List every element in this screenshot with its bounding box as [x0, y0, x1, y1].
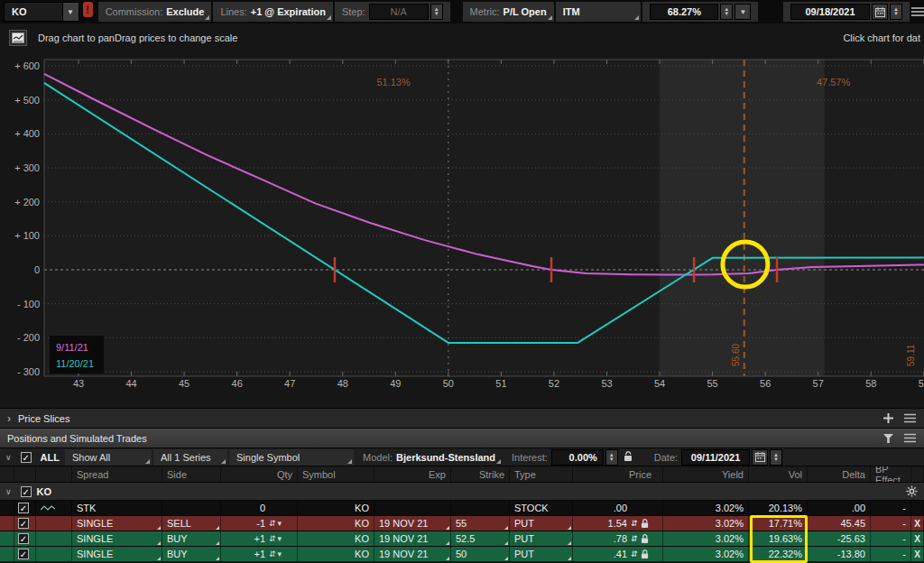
- cell-qty[interactable]: 0: [260, 503, 265, 513]
- model-dropdown[interactable]: Model: Bjerksund-Stensland: [356, 449, 503, 466]
- step-input[interactable]: N/A: [369, 4, 429, 20]
- cell-spread[interactable]: STK: [72, 501, 162, 515]
- cell-exp[interactable]: 19 NOV 21: [374, 531, 451, 546]
- col-header-exp[interactable]: Exp: [374, 466, 451, 482]
- calendar-icon[interactable]: [872, 4, 888, 20]
- group-checkbox[interactable]: ✓: [21, 486, 32, 497]
- cell-price[interactable]: .41: [614, 549, 627, 559]
- cell-side[interactable]: SELL: [162, 516, 221, 531]
- col-header-delta[interactable]: Delta: [808, 466, 871, 482]
- lock-icon[interactable]: [641, 549, 649, 559]
- lines-dropdown[interactable]: Lines: +1 @ Expiration: [213, 2, 333, 22]
- price-stepper-icon[interactable]: ⇵: [631, 519, 638, 528]
- interest-input[interactable]: 0.00%: [551, 449, 604, 466]
- cell-strike[interactable]: 55: [451, 516, 510, 531]
- price-slices-bar[interactable]: › Price Slices: [0, 408, 924, 428]
- cell-exp[interactable]: 19 NOV 21: [374, 516, 451, 531]
- itm-dropdown[interactable]: ITM: [556, 2, 642, 22]
- filter-icon[interactable]: [881, 431, 895, 446]
- cell-side[interactable]: BUY: [162, 531, 221, 546]
- cell-exp[interactable]: 19 NOV 21: [374, 547, 451, 561]
- step-control: Step: N/A ▲▼: [335, 2, 450, 22]
- cell-price[interactable]: .78: [614, 533, 627, 544]
- cell-qty[interactable]: +1: [254, 549, 265, 559]
- series-dropdown[interactable]: All 1 Series: [153, 449, 227, 466]
- lock-icon[interactable]: [641, 534, 649, 544]
- row-checkbox[interactable]: ✓: [18, 518, 29, 529]
- col-header-strike[interactable]: Strike: [451, 466, 510, 482]
- sim-calendar-icon[interactable]: [752, 449, 768, 466]
- qty-stepper-icon[interactable]: ⇵: [269, 549, 276, 558]
- cell-qty[interactable]: -1: [256, 518, 265, 529]
- lock-icon[interactable]: [641, 519, 649, 529]
- delete-row-button[interactable]: X: [911, 531, 924, 546]
- commission-dropdown[interactable]: Commission: Exclude: [98, 2, 212, 22]
- table-row-buy-52.5-put[interactable]: ✓ SINGLE BUY +1 ⇵▾ KO 19 NOV 21 52.5 PUT…: [0, 531, 924, 546]
- cell-strike[interactable]: 52.5: [451, 531, 510, 546]
- unlock-icon[interactable]: [624, 451, 633, 464]
- sim-date-spinner[interactable]: ▲▼: [770, 449, 782, 466]
- cell-spread[interactable]: SINGLE: [72, 516, 162, 531]
- cell-spread[interactable]: SINGLE: [72, 547, 162, 561]
- col-header-vol[interactable]: Vol: [749, 466, 808, 482]
- row-checkbox[interactable]: ✓: [18, 549, 29, 559]
- probability-spinner[interactable]: ▲▼: [720, 4, 733, 20]
- collapse-chevron-icon[interactable]: ∨: [0, 453, 17, 462]
- interest-spinner[interactable]: ▲▼: [605, 449, 618, 466]
- delete-row-button[interactable]: X: [911, 547, 924, 561]
- positions-menu-icon[interactable]: [902, 431, 917, 446]
- chart-menu-icon[interactable]: [911, 5, 924, 19]
- sim-date-input[interactable]: 09/11/2021: [681, 449, 750, 466]
- row-checkbox[interactable]: ✓: [18, 503, 29, 513]
- col-header-bp-effect[interactable]: BP Effect: [871, 466, 911, 482]
- group-chevron-icon[interactable]: ∨: [0, 487, 17, 496]
- probability-dropdown-arrow[interactable]: ▼: [735, 4, 751, 20]
- positions-bar[interactable]: Positions and Simulated Trades: [0, 428, 924, 448]
- qty-stepper-icon[interactable]: ⇵: [269, 519, 276, 528]
- table-row-buy-50-put[interactable]: ✓ SINGLE BUY +1 ⇵▾ KO 19 NOV 21 50 PUT .…: [0, 546, 924, 561]
- cell-price[interactable]: 1.54: [608, 518, 627, 529]
- price-slices-expand-icon[interactable]: ›: [7, 412, 11, 425]
- date-spinner[interactable]: ▲▼: [890, 4, 902, 20]
- symbol-dropdown-arrow[interactable]: ▼: [62, 3, 79, 21]
- qty-dropdown-icon[interactable]: ▾: [278, 549, 282, 558]
- metric-dropdown[interactable]: Metric: P/L Open: [463, 2, 554, 22]
- col-header-type[interactable]: Type: [510, 466, 573, 482]
- cell-side[interactable]: BUY: [162, 547, 221, 561]
- show-all-dropdown[interactable]: Show All: [65, 449, 152, 466]
- price-slices-menu-icon[interactable]: [902, 411, 917, 426]
- symbol-select[interactable]: KO ▼: [4, 2, 79, 22]
- cell-strike[interactable]: 50: [451, 547, 510, 561]
- alert-icon[interactable]: !: [83, 2, 93, 17]
- price-stepper-icon[interactable]: ⇵: [631, 534, 638, 543]
- qty-dropdown-icon[interactable]: ▾: [278, 519, 282, 528]
- step-spinner[interactable]: ▲▼: [430, 4, 443, 20]
- cell-type[interactable]: PUT: [510, 531, 573, 546]
- col-header-side[interactable]: Side: [162, 466, 221, 482]
- expiration-date-input[interactable]: 09/18/2021: [790, 4, 870, 20]
- col-header-price[interactable]: Price: [573, 466, 663, 482]
- cell-type[interactable]: PUT: [510, 516, 573, 531]
- cell-qty[interactable]: +1: [254, 533, 265, 544]
- col-header-yield[interactable]: Yield: [663, 466, 749, 482]
- cell-type[interactable]: PUT: [510, 547, 573, 561]
- add-price-slice-icon[interactable]: [881, 411, 895, 426]
- all-checkbox[interactable]: ✓: [21, 452, 32, 463]
- col-header-spread[interactable]: Spread: [72, 466, 162, 482]
- symbol-mode-dropdown[interactable]: Single Symbol: [229, 449, 354, 466]
- qty-dropdown-icon[interactable]: ▾: [278, 534, 282, 543]
- cell-spread[interactable]: SINGLE: [72, 531, 162, 546]
- chart-pan-icon[interactable]: [9, 30, 27, 46]
- group-settings-gear-icon[interactable]: [904, 485, 919, 499]
- risk-profile-chart[interactable]: + 600+ 500+ 400+ 300+ 200+ 1000- 100- 20…: [0, 52, 924, 408]
- qty-stepper-icon[interactable]: ⇵: [269, 534, 276, 543]
- table-row-stock[interactable]: ✓ STK 0 KO STOCK .00 3.02% 20.13% .00 -: [0, 500, 924, 515]
- col-header-symbol[interactable]: Symbol: [298, 466, 374, 482]
- delete-row-button[interactable]: X: [911, 516, 924, 531]
- symbol-group-row[interactable]: ∨ ✓ KO: [0, 482, 924, 500]
- price-stepper-icon[interactable]: ⇵: [631, 549, 638, 558]
- table-row-sell-55-put[interactable]: ✓ SINGLE SELL -1 ⇵▾ KO 19 NOV 21 55 PUT …: [0, 515, 924, 531]
- row-checkbox[interactable]: ✓: [18, 533, 29, 544]
- col-header-qty[interactable]: Qty: [221, 466, 298, 482]
- probability-input[interactable]: 68.27%: [650, 4, 718, 20]
